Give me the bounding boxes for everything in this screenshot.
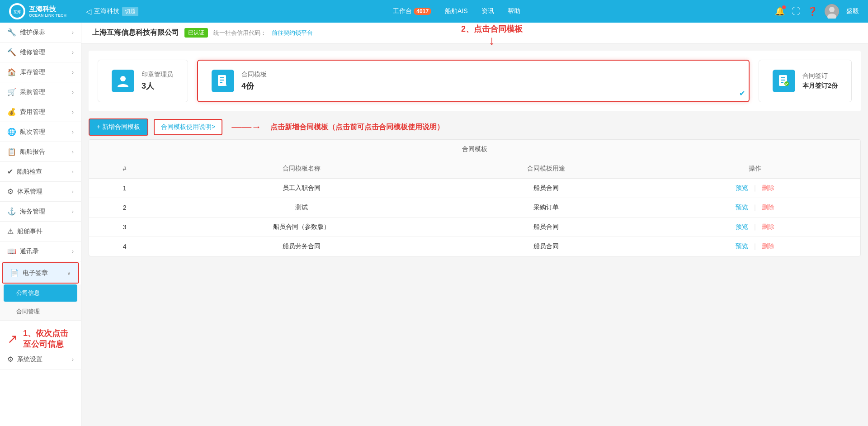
breadcrumb-text: 互海科技	[94, 7, 119, 15]
breadcrumb-tag: 切题	[122, 7, 138, 16]
chevron-contacts: ›	[72, 248, 74, 255]
sidebar-subitem-company-info[interactable]: 公司信息	[4, 284, 77, 302]
system-settings-icon: ⚙	[7, 355, 14, 364]
cell-name: 测试	[160, 198, 443, 218]
cell-actions: 预览 ｜ 删除	[650, 237, 860, 256]
chevron-inventory: ›	[72, 69, 74, 76]
add-template-button[interactable]: + 新增合同模板	[89, 118, 148, 136]
sidebar-label-repair: 维修管理	[20, 48, 45, 57]
notification-dot	[782, 5, 786, 9]
cell-name: 船员合同（参数版）	[160, 218, 443, 237]
cell-index: 4	[89, 237, 160, 256]
col-header-purpose: 合同模板用途	[443, 159, 650, 179]
preview-link[interactable]: 预览	[736, 184, 748, 191]
col-header-index: #	[89, 159, 160, 179]
back-icon[interactable]: ◁	[86, 7, 91, 16]
workbench-label: 工作台	[393, 7, 412, 15]
logo-icon: 互海	[9, 3, 25, 19]
sidebar-item-system-mgmt[interactable]: ⚙ 体系管理 ›	[0, 182, 81, 202]
company-credit-link[interactable]: 前往契约锁平台	[272, 29, 313, 37]
inspection-icon: ✔	[7, 167, 13, 176]
fullscreen-icon[interactable]: ⛶	[792, 7, 800, 16]
data-table: # 合同模板名称 合同模板用途 操作 1 员工入职合同 船员合同 预览 ｜ 删除…	[89, 159, 860, 256]
cell-purpose: 船员合同	[443, 179, 650, 198]
table-title: 合同模板	[89, 140, 860, 159]
sidebar-label-maintenance: 维护保养	[20, 28, 45, 37]
contract-mgmt-label: 合同管理	[16, 308, 40, 315]
sidebar-item-maritime[interactable]: ⚓ 海务管理 ›	[0, 202, 81, 222]
sidebar: 🔧 维护保养 › 🔨 维修管理 › 🏠 库存管理 › 🛒 采购管理 ›	[0, 23, 81, 426]
sidebar-label-maritime: 海务管理	[20, 208, 45, 216]
sidebar-subitem-contract-mgmt[interactable]: 合同管理	[0, 303, 81, 321]
contacts-icon: 📖	[7, 247, 16, 256]
check-icon: ✔	[739, 89, 745, 98]
table-row: 2 测试 采购订单 预览 ｜ 删除	[89, 198, 860, 218]
stamp-admin-label: 印章管理员	[142, 71, 173, 79]
delete-link[interactable]: 删除	[762, 223, 774, 230]
sidebar-item-voyage[interactable]: 🌐 航次管理 ›	[0, 122, 81, 142]
sidebar-item-system-settings[interactable]: ⚙ 系统设置 ›	[0, 350, 81, 369]
step2-annotation: 2、点击合同模板 ↓	[461, 24, 523, 47]
notification-bell[interactable]: 🔔	[775, 6, 785, 16]
sidebar-item-contacts[interactable]: 📖 通讯录 ›	[0, 241, 81, 261]
delete-link[interactable]: 删除	[762, 242, 774, 250]
news-label: 资讯	[481, 7, 494, 15]
contract-signed-value: 本月签订2份	[802, 82, 838, 90]
chevron-inspection: ›	[72, 169, 74, 175]
preview-link[interactable]: 预览	[736, 223, 748, 230]
col-header-actions: 操作	[650, 159, 860, 179]
contract-template-table: 合同模板 # 合同模板名称 合同模板用途 操作 1 员工入职合同 船员合同 预览…	[89, 139, 861, 256]
sidebar-label-ship-report: 船舶报告	[20, 148, 45, 156]
contract-template-icon	[212, 70, 234, 92]
chevron-purchase: ›	[72, 89, 74, 95]
sidebar-item-inventory[interactable]: 🏠 库存管理 ›	[0, 62, 81, 82]
ship-ais-label: 船舶AIS	[445, 7, 468, 15]
question-icon[interactable]: ❓	[807, 6, 817, 16]
cell-purpose: 采购订单	[443, 198, 650, 218]
user-avatar[interactable]	[825, 4, 839, 19]
inventory-icon: 🏠	[7, 68, 16, 76]
preview-link[interactable]: 预览	[736, 204, 748, 211]
company-info-label: 公司信息	[16, 289, 40, 296]
chevron-voyage: ›	[72, 129, 74, 135]
verified-badge: 已认证	[184, 28, 208, 38]
svg-point-3	[829, 7, 835, 12]
stats-section-wrapper: 2、点击合同模板 ↓ 印章管理员 3人	[89, 51, 861, 111]
sidebar-item-expense[interactable]: 💰 费用管理 ›	[0, 102, 81, 122]
template-help-button[interactable]: 合同模板使用说明>	[154, 119, 222, 135]
sidebar-item-ship-events[interactable]: ⚠ 船舶事件	[0, 222, 81, 241]
maintenance-icon: 🔧	[7, 28, 16, 37]
nav-news[interactable]: 资讯	[481, 7, 494, 15]
stat-card-contract-signed[interactable]: 合同签订 本月签订2份	[759, 60, 852, 102]
step2-text: 2、点击合同模板	[461, 24, 523, 34]
sidebar-item-ship-report[interactable]: 📋 船舶报告 ›	[0, 142, 81, 162]
chevron-ship-report: ›	[72, 149, 74, 155]
sidebar-item-maintenance[interactable]: 🔧 维护保养 ›	[0, 23, 81, 43]
delete-link[interactable]: 删除	[762, 184, 774, 191]
stats-cards-container: 印章管理员 3人	[89, 51, 861, 111]
delete-link[interactable]: 删除	[762, 204, 774, 211]
sidebar-item-repair[interactable]: 🔨 维修管理 ›	[0, 43, 81, 62]
help-label: 帮助	[508, 7, 520, 15]
stat-card-stamp-admin[interactable]: 印章管理员 3人	[98, 60, 188, 102]
sidebar-item-esign[interactable]: 📄 电子签章 ∨	[3, 263, 78, 283]
nav-workbench[interactable]: 工作台 4017	[393, 7, 431, 15]
repair-icon: 🔨	[7, 48, 16, 57]
esign-icon: 📄	[10, 269, 19, 277]
stat-card-contract-template[interactable]: 合同模板 4份 ✔	[197, 60, 750, 102]
maritime-icon: ⚓	[7, 207, 16, 216]
voyage-icon: 🌐	[7, 128, 16, 136]
sidebar-item-purchase[interactable]: 🛒 采购管理 ›	[0, 82, 81, 102]
action-separator: ｜	[752, 223, 758, 230]
contract-signed-label: 合同签订	[802, 72, 838, 80]
company-name: 上海互海信息科技有限公司	[92, 28, 179, 38]
step2-arrow-icon: ↓	[489, 34, 495, 47]
sidebar-item-inspection[interactable]: ✔ 船舶检查 ›	[0, 162, 81, 182]
step1-annotation: ↗ 1、依次点击至公司信息	[7, 328, 74, 350]
nav-ship-ais[interactable]: 船舶AIS	[445, 7, 468, 15]
sidebar-label-esign: 电子签章	[23, 269, 48, 277]
nav-help[interactable]: 帮助	[508, 7, 520, 15]
table-row: 1 员工入职合同 船员合同 预览 ｜ 删除	[89, 179, 860, 198]
preview-link[interactable]: 预览	[736, 242, 748, 250]
chevron-system-settings: ›	[72, 356, 74, 363]
